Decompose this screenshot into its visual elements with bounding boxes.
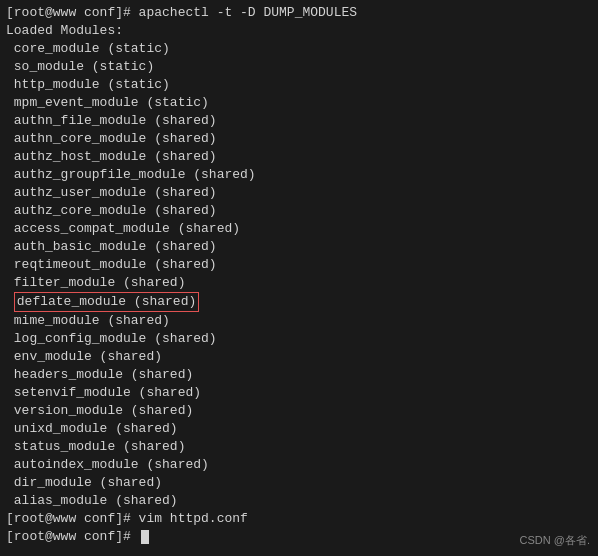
- terminal-line: dir_module (shared): [6, 474, 592, 492]
- terminal-line: authn_core_module (shared): [6, 130, 592, 148]
- terminal-line: so_module (static): [6, 58, 592, 76]
- terminal-line: [root@www conf]#: [6, 528, 592, 546]
- terminal-line: headers_module (shared): [6, 366, 592, 384]
- terminal-line: setenvif_module (shared): [6, 384, 592, 402]
- terminal-line: version_module (shared): [6, 402, 592, 420]
- terminal-line: alias_module (shared): [6, 492, 592, 510]
- terminal-line: unixd_module (shared): [6, 420, 592, 438]
- terminal-line: auth_basic_module (shared): [6, 238, 592, 256]
- terminal-line: env_module (shared): [6, 348, 592, 366]
- terminal-line: authz_user_module (shared): [6, 184, 592, 202]
- terminal-line: deflate_module (shared): [6, 292, 592, 312]
- terminal-line: core_module (static): [6, 40, 592, 58]
- terminal-line: authz_core_module (shared): [6, 202, 592, 220]
- terminal-line: mime_module (shared): [6, 312, 592, 330]
- terminal-line: mpm_event_module (static): [6, 94, 592, 112]
- terminal-line: reqtimeout_module (shared): [6, 256, 592, 274]
- terminal-line: autoindex_module (shared): [6, 456, 592, 474]
- terminal-cursor: [141, 530, 149, 544]
- terminal-line: authn_file_module (shared): [6, 112, 592, 130]
- terminal-line: authz_host_module (shared): [6, 148, 592, 166]
- terminal-output: [root@www conf]# apachectl -t -D DUMP_MO…: [6, 4, 592, 546]
- watermark: CSDN @各省.: [520, 533, 590, 548]
- terminal-line: http_module (static): [6, 76, 592, 94]
- highlighted-module: deflate_module (shared): [14, 292, 199, 312]
- terminal-line: [root@www conf]# apachectl -t -D DUMP_MO…: [6, 4, 592, 22]
- terminal-line: [root@www conf]# vim httpd.conf: [6, 510, 592, 528]
- terminal-line: authz_groupfile_module (shared): [6, 166, 592, 184]
- terminal-line: Loaded Modules:: [6, 22, 592, 40]
- terminal-line: log_config_module (shared): [6, 330, 592, 348]
- terminal-line: filter_module (shared): [6, 274, 592, 292]
- terminal-window: [root@www conf]# apachectl -t -D DUMP_MO…: [0, 0, 598, 556]
- terminal-line: status_module (shared): [6, 438, 592, 456]
- terminal-line: access_compat_module (shared): [6, 220, 592, 238]
